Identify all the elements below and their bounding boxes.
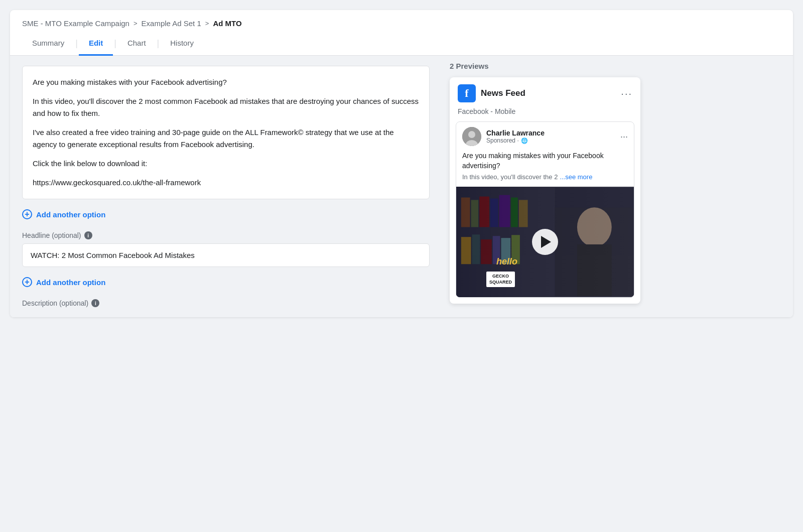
ad-card: Charlie Lawrance Sponsored · 🌐 ··· Are y… [456, 121, 634, 298]
breadcrumb-sep1: > [133, 20, 138, 27]
sign-hello: hello [496, 256, 517, 267]
ad-copy-p2: In this video, you'll discover the 2 mos… [33, 95, 419, 119]
right-panel: 2 Previews f News Feed ··· Facebook - Mo… [442, 56, 793, 317]
previews-header: 2 Previews [450, 56, 781, 77]
svg-rect-5 [461, 198, 470, 227]
see-more-link[interactable]: ...see more [560, 173, 592, 182]
ad-copy-p1: Are you making mistakes with your Facebo… [33, 76, 419, 88]
breadcrumb-part3: Ad MTO [213, 19, 241, 28]
ad-copy-p4: Click the link below to download it: [33, 158, 419, 170]
preview-card-header: f News Feed ··· [450, 77, 640, 107]
svg-point-19 [577, 208, 612, 247]
ad-user-name-block: Charlie Lawrance Sponsored · 🌐 [486, 129, 545, 144]
ad-copy-box: Are you making mistakes with your Facebo… [22, 66, 430, 199]
ad-sponsored: Sponsored · 🌐 [486, 137, 545, 144]
preview-platform-info: f News Feed [458, 84, 525, 102]
svg-rect-11 [519, 200, 528, 227]
ad-user-name: Charlie Lawrance [486, 129, 545, 137]
add-option-button-1[interactable]: + Add another option [22, 207, 105, 221]
ad-copy-url[interactable]: https://www.geckosquared.co.uk/the-all-f… [33, 177, 419, 189]
ad-text: Are you making mistakes with your Facebo… [456, 151, 634, 187]
breadcrumb-part2[interactable]: Example Ad Set 1 [142, 19, 201, 28]
tab-history[interactable]: History [160, 32, 204, 56]
add-option-icon-1: + [22, 209, 32, 219]
description-info-icon[interactable]: i [91, 299, 99, 307]
description-field-label: Description (optional) i [22, 299, 430, 307]
ad-text-more: In this video, you'll discover the 2 ...… [462, 173, 628, 182]
preview-subplatform: Facebook - Mobile [450, 107, 640, 121]
svg-point-1 [468, 131, 475, 138]
headline-info-icon[interactable]: i [84, 231, 92, 239]
ad-user-info: Charlie Lawrance Sponsored · 🌐 [462, 127, 545, 146]
play-triangle-icon [541, 236, 551, 248]
globe-icon: 🌐 [521, 138, 528, 144]
facebook-icon: f [458, 84, 476, 102]
preview-card: f News Feed ··· Facebook - Mobile [450, 77, 640, 304]
svg-rect-14 [481, 239, 492, 264]
ad-text-short: Are you making mistakes with your Facebo… [462, 151, 628, 171]
main-content: Are you making mistakes with your Facebo… [10, 56, 793, 317]
tab-chart[interactable]: Chart [117, 32, 156, 56]
breadcrumb-sep2: > [205, 20, 209, 27]
headline-field-label: Headline (optional) i [22, 231, 430, 239]
svg-rect-12 [461, 237, 471, 264]
ad-more-icon[interactable]: ··· [620, 131, 628, 142]
sign-gecko: GECKO SQUARED [486, 272, 515, 287]
add-option-label-1: Add another option [36, 210, 105, 219]
video-thumbnail: hello GECKO SQUARED [456, 187, 634, 297]
headline-input[interactable]: WATCH: 2 Most Common Facebook Ad Mistake… [22, 243, 430, 267]
svg-rect-8 [490, 199, 498, 227]
svg-rect-7 [479, 197, 489, 227]
left-panel: Are you making mistakes with your Facebo… [10, 56, 442, 317]
svg-rect-10 [511, 198, 518, 227]
avatar [462, 127, 481, 146]
svg-rect-20 [577, 244, 612, 296]
avatar-image [462, 127, 481, 146]
tab-bar: Summary | Edit | Chart | History [10, 32, 793, 56]
add-option-button-2[interactable]: + Add another option [22, 275, 105, 289]
tab-divider-1: | [74, 38, 79, 49]
svg-rect-6 [471, 200, 479, 227]
preview-more-icon[interactable]: ··· [621, 88, 632, 99]
preview-platform-name: News Feed [481, 88, 525, 98]
breadcrumb: SME - MTO Example Campaign > Example Ad … [10, 10, 793, 28]
tab-edit[interactable]: Edit [79, 32, 113, 56]
breadcrumb-part1[interactable]: SME - MTO Example Campaign [22, 19, 129, 28]
tab-divider-2: | [113, 38, 117, 49]
ad-card-header: Charlie Lawrance Sponsored · 🌐 ··· [456, 122, 634, 151]
svg-rect-9 [499, 195, 510, 227]
svg-rect-13 [472, 235, 480, 264]
ad-copy-p3: I've also created a free video training … [33, 126, 419, 151]
play-button[interactable] [532, 229, 558, 255]
add-option-icon-2: + [22, 277, 32, 287]
tab-summary[interactable]: Summary [22, 32, 74, 56]
tab-divider-3: | [156, 38, 161, 49]
add-option-label-2: Add another option [36, 278, 105, 287]
